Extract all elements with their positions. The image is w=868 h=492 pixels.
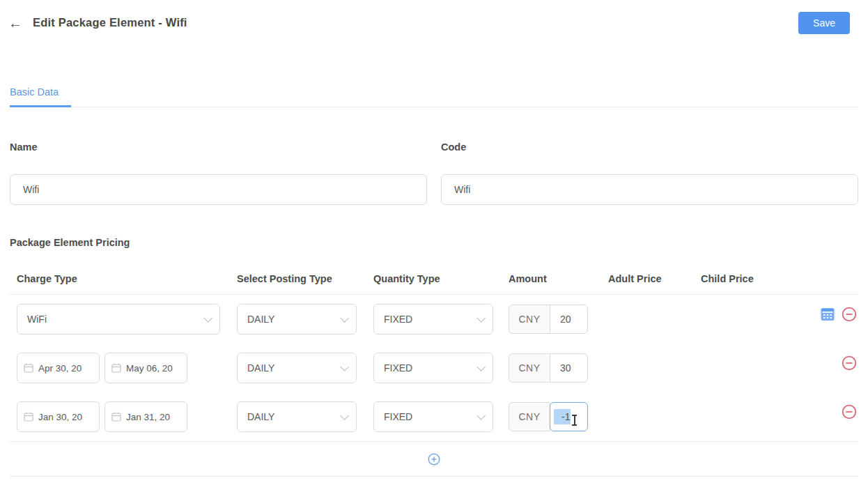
pricing-row-1: WiFi DAILY FIXED CNY <box>10 295 858 344</box>
currency-addon: CNY <box>509 402 550 431</box>
pricing-section-title: Package Element Pricing <box>10 237 858 248</box>
chevron-down-icon <box>476 314 486 323</box>
posting-type-select[interactable]: DAILY <box>237 401 357 432</box>
amount-field-group: CNY <box>509 305 601 334</box>
amount-input[interactable] <box>550 305 588 334</box>
charge-type-select[interactable]: WiFi <box>17 304 220 335</box>
date-from-input[interactable]: Jan 30, 20 <box>17 401 100 432</box>
col-amount: Amount <box>502 273 601 284</box>
quantity-type-value: FIXED <box>384 314 412 325</box>
tab-basic-data[interactable]: Basic Data <box>10 86 71 107</box>
back-arrow-icon[interactable]: ← <box>8 16 22 30</box>
page-header: ← Edit Package Element - Wifi Save <box>10 10 858 35</box>
col-charge-type: Charge Type <box>10 273 230 284</box>
col-quantity-type: Quantity Type <box>366 273 502 284</box>
name-input[interactable] <box>10 174 427 205</box>
quantity-type-select[interactable]: FIXED <box>373 304 493 335</box>
date-to-input[interactable]: May 06, 20 <box>104 353 187 383</box>
amount-field-group: CNY -1 <box>509 402 601 431</box>
code-field-group: Code <box>441 141 858 205</box>
quantity-type-value: FIXED <box>384 411 412 422</box>
calendar-icon <box>111 412 121 422</box>
posting-type-select[interactable]: DAILY <box>237 353 357 383</box>
code-input[interactable] <box>441 174 858 205</box>
calendar-icon <box>24 412 33 422</box>
col-posting-type: Select Posting Type <box>230 273 366 284</box>
date-from-value: Jan 30, 20 <box>38 412 82 422</box>
row-actions <box>694 401 858 420</box>
calendar-icon <box>24 363 33 373</box>
pricing-table-header: Charge Type Select Posting Type Quantity… <box>10 273 858 295</box>
calendar-icon <box>111 363 121 373</box>
chevron-down-icon <box>340 314 349 323</box>
tab-bar: Basic Data <box>10 86 858 107</box>
basic-data-form: Name Code <box>10 141 858 205</box>
edit-package-element-page: ← Edit Package Element - Wifi Save Basic… <box>0 10 868 477</box>
currency-addon: CNY <box>509 305 550 334</box>
pricing-row-3: Jan 30, 20 Jan 31, 20 DAILY <box>10 392 858 441</box>
calendar-add-icon[interactable] <box>820 307 835 322</box>
amount-input-focused[interactable]: -1 <box>550 402 588 431</box>
posting-type-value: DAILY <box>247 411 274 422</box>
date-to-value: Jan 31, 20 <box>126 412 170 422</box>
col-child-price: Child Price <box>694 273 858 284</box>
chevron-down-icon <box>476 411 486 420</box>
posting-type-select[interactable]: DAILY <box>237 304 357 335</box>
chevron-down-icon <box>476 362 486 371</box>
currency-addon: CNY <box>509 353 550 383</box>
selected-text: -1 <box>554 409 571 424</box>
name-field-group: Name <box>10 141 427 205</box>
date-to-input[interactable]: Jan 31, 20 <box>104 401 187 432</box>
chevron-down-icon <box>340 362 349 371</box>
pricing-row-2: Apr 30, 20 May 06, 20 DAILY <box>10 344 858 392</box>
name-label: Name <box>10 141 427 153</box>
col-adult-price: Adult Price <box>601 273 694 284</box>
date-from-input[interactable]: Apr 30, 20 <box>17 353 100 383</box>
charge-type-value: WiFi <box>27 314 47 325</box>
chevron-down-icon <box>203 314 212 323</box>
add-row-bar <box>10 441 858 477</box>
remove-row-icon[interactable] <box>842 307 857 322</box>
date-from-value: Apr 30, 20 <box>38 363 82 374</box>
text-cursor-icon <box>571 415 578 426</box>
page-title: Edit Package Element - Wifi <box>33 16 187 29</box>
row-actions <box>694 353 858 371</box>
save-button[interactable]: Save <box>798 12 850 34</box>
posting-type-value: DAILY <box>247 362 274 374</box>
date-range-group: Jan 30, 20 Jan 31, 20 <box>17 401 230 432</box>
code-label: Code <box>441 141 858 153</box>
posting-type-value: DAILY <box>247 314 274 325</box>
row-actions <box>694 304 858 322</box>
remove-row-icon[interactable] <box>842 404 857 420</box>
date-range-group: Apr 30, 20 May 06, 20 <box>17 353 230 383</box>
remove-row-icon[interactable] <box>842 355 857 371</box>
quantity-type-select[interactable]: FIXED <box>373 353 493 383</box>
add-row-icon[interactable] <box>428 453 440 466</box>
quantity-type-select[interactable]: FIXED <box>373 401 493 432</box>
date-to-value: May 06, 20 <box>126 363 173 374</box>
chevron-down-icon <box>340 411 349 420</box>
pricing-table: Charge Type Select Posting Type Quantity… <box>10 273 858 477</box>
quantity-type-value: FIXED <box>384 362 412 374</box>
amount-input[interactable] <box>550 353 588 383</box>
amount-field-group: CNY <box>509 353 601 383</box>
